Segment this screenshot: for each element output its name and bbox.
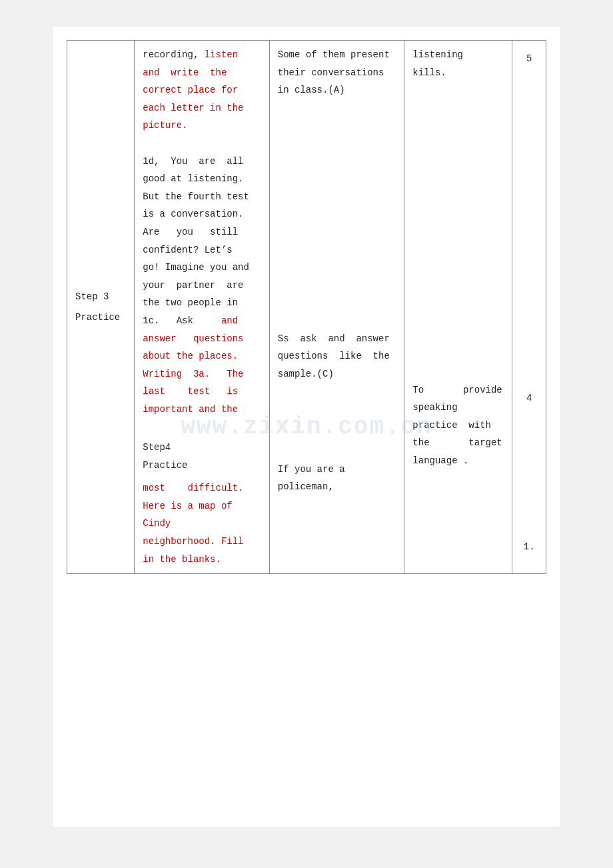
step-label: Step 3 Practice xyxy=(75,287,126,328)
time-cell: 5 4 1. xyxy=(512,41,546,574)
time-top: 5 xyxy=(520,46,538,69)
content-text-23: most difficult. xyxy=(143,483,243,493)
content-text-19: about the places. xyxy=(143,351,238,361)
content-text-15: the two people in xyxy=(143,297,238,308)
content-text-18: answer questions xyxy=(143,333,243,344)
content-text-1: recording, xyxy=(143,49,204,60)
purpose-cell: listeningkills. To provide speaking prac… xyxy=(404,41,512,574)
time-mid: 4 xyxy=(520,388,538,409)
content-text-20: Writing 3a. The xyxy=(143,369,243,379)
content-text-22: important and the xyxy=(143,404,238,415)
content-text-9: But the fourth test xyxy=(143,191,249,202)
content-text-25: Cindy xyxy=(143,518,171,529)
content-text-13: go! Imagine you and xyxy=(143,262,249,273)
purpose-bottom: To provide speaking practice with the ta… xyxy=(412,381,504,470)
table-row: Step 3 Practice recording, listen and wr… xyxy=(67,41,546,574)
practice-label: Practice xyxy=(75,307,126,328)
practice4-label-inline: Practice xyxy=(143,457,261,475)
activity-extra: If you are a policeman, xyxy=(278,461,396,496)
page-container: www.zixin.com.cn Step 3 Practice recordi… xyxy=(53,27,560,827)
step4-label-inline: Step4 xyxy=(143,439,261,457)
content-text-4: correct place for xyxy=(143,85,238,95)
content-text-26: neighborhood. Fill xyxy=(143,536,243,547)
content-text-7: 1d, You are all xyxy=(143,156,243,167)
step3-label: Step 3 xyxy=(75,287,126,307)
activity-bottom: Ss ask and answer questions like the sam… xyxy=(278,330,396,383)
content-text-24: Here is a map of xyxy=(143,501,232,511)
content-text-21: last test is xyxy=(143,386,238,397)
content-text-16: 1c. Ask xyxy=(143,315,221,326)
content-text-5: each letter in the xyxy=(143,103,243,113)
activity-cell: Some of them present their conversations… xyxy=(269,41,404,574)
content-cell: recording, listen and write the correct … xyxy=(135,41,270,574)
content-text-2: listen xyxy=(205,49,238,60)
step-cell: Step 3 Practice xyxy=(67,41,135,574)
content-text-3: and write the xyxy=(143,67,227,78)
lesson-table: Step 3 Practice recording, listen and wr… xyxy=(67,40,546,574)
content-text-11: Are you still xyxy=(143,227,238,237)
content-text-14: your partner are xyxy=(143,280,243,291)
content-text-8: good at listening. xyxy=(143,173,243,184)
content-text-10: is a conversation. xyxy=(143,209,243,219)
activity-top: Some of them present their conversations… xyxy=(278,46,396,99)
content-text-27: in the blanks. xyxy=(143,554,221,565)
content-text-17: and xyxy=(221,315,238,326)
content-text-6: picture. xyxy=(143,120,187,131)
time-bottom: 1. xyxy=(520,537,538,557)
content-text-12: confident? Let’s xyxy=(143,245,232,255)
purpose-top: listeningkills. xyxy=(412,46,504,81)
